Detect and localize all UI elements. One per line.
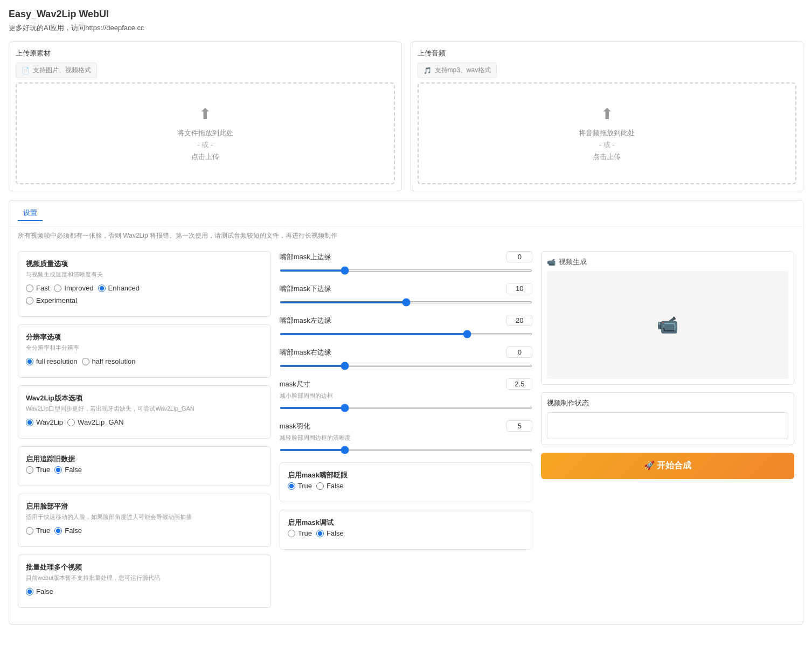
upload-audio-title: 上传音频 [418,49,797,58]
mask-bottom-slider[interactable] [280,301,533,303]
radio-mask-blink-true[interactable]: True [288,482,312,490]
radio-wav2lip-gan[interactable]: Wav2Lip_GAN [67,418,124,426]
video-quality-options: Fast Improved Enhanced [26,284,263,292]
resolution-title: 分辨率选项 [26,332,263,342]
col-right: 📹 视频生成 📹 视频制作状态 🚀 开始合成 [541,251,794,615]
radio-mask-blink-false-label: False [327,482,344,490]
video-quality-title: 视频质量选项 [26,259,263,269]
settings-header: 设置 [9,200,803,227]
face-smooth-options: True False [26,526,263,535]
radio-half-res-input[interactable] [82,358,89,365]
radio-mask-debug-true[interactable]: True [288,529,312,537]
mask-size-slider[interactable] [280,407,533,409]
upload-audio-hint: 🎵 支持mp3、wav格式 [418,63,497,78]
radio-old-data-false[interactable]: False [54,466,82,474]
video-status-title: 视频制作状态 [547,398,788,408]
radio-batch-false[interactable]: False [26,587,53,595]
radio-wav2lip[interactable]: Wav2Lip [26,418,63,426]
radio-old-data-true-input[interactable] [26,466,33,474]
upload-audio-area[interactable]: ⬆ 将音频拖放到此处 - 或 - 点击上传 [418,82,797,184]
radio-old-data-true-label: True [36,466,50,474]
audio-icon: 🎵 [424,67,432,74]
radio-enhanced-label: Enhanced [108,284,140,292]
video-quality-row2: Experimental [26,296,263,304]
radio-old-data-true[interactable]: True [26,466,50,474]
radio-face-smooth-true[interactable]: True [26,526,50,535]
radio-fast[interactable]: Fast [26,284,50,292]
slider-mask-left: 嘴部mask左边缘 20 [280,315,533,337]
face-smooth-title: 启用脸部平滑 [26,502,263,511]
mask-feather-slider[interactable] [280,449,533,451]
radio-mask-debug-true-input[interactable] [288,530,295,537]
radio-mask-debug-true-label: True [298,529,312,537]
upload-audio-click-text: 点击上传 [593,152,621,162]
radio-mask-blink-false[interactable]: False [316,482,344,490]
batch-process-desc: 目前webui版本暂不支持批量处理，您可运行源代码 [26,574,263,582]
resolution-desc: 全分辨率和半分辨率 [26,344,263,352]
mask-right-slider[interactable] [280,365,533,367]
radio-mask-blink-true-label: True [298,482,312,490]
mask-bottom-value: 10 [506,283,532,294]
radio-face-smooth-true-input[interactable] [26,527,33,535]
mask-left-slider[interactable] [280,333,533,335]
mask-size-label: mask尺寸 [280,379,310,389]
radio-full-res[interactable]: full resolution [26,357,78,365]
video-quality-group: 视频质量选项 与视频生成速度和清晰度有关 Fast Improved Enhan… [18,251,271,317]
app-subtitle: 更多好玩的AI应用，访问https://deepface.cc [9,23,803,33]
radio-fast-input[interactable] [26,285,33,292]
slider-mask-bottom: 嘴部mask下边缘 10 [280,283,533,305]
radio-enhanced[interactable]: Enhanced [98,284,140,292]
radio-wav2lip-label: Wav2Lip [36,418,63,426]
radio-face-smooth-false[interactable]: False [54,526,82,535]
batch-process-options: False [26,587,263,595]
upload-audio-drop-text: 将音频拖放到此处 [579,128,635,138]
upload-source-hint: 📄 支持图片、视频格式 [16,63,97,78]
upload-source-area[interactable]: ⬆ 将文件拖放到此处 - 或 - 点击上传 [16,82,395,184]
radio-experimental-input[interactable] [26,297,33,304]
video-gen-title: 📹 视频生成 [547,257,788,267]
mask-debug-title: 启用mask调试 [288,518,525,528]
radio-old-data-false-input[interactable] [54,466,62,474]
upload-source-or: - 或 - [197,140,213,150]
face-smooth-desc: 适用于快速移动的人脸，如果脸部角度过大可能会导致动画抽搐 [26,513,263,521]
radio-experimental[interactable]: Experimental [26,296,77,304]
radio-experimental-label: Experimental [36,296,77,304]
video-cam-icon: 📹 [547,258,556,266]
app-title: Easy_Wav2Lip WebUI [9,9,803,20]
mask-right-value: 0 [506,347,532,358]
mask-size-desc: 减小脸部周围的边框 [280,392,533,400]
video-placeholder-icon: 📹 [657,315,678,335]
radio-mask-blink-true-input[interactable] [288,482,295,490]
wav2lip-version-options: Wav2Lip Wav2Lip_GAN [26,418,263,426]
col-mid: 嘴部mask上边缘 0 嘴部mask下边缘 10 嘴部mask左边缘 20 [280,251,533,615]
mask-debug-options: True False [288,529,525,537]
radio-batch-false-input[interactable] [26,588,33,595]
radio-fast-label: Fast [36,284,50,292]
start-synthesis-button[interactable]: 🚀 开始合成 [541,453,794,479]
radio-enhanced-input[interactable] [98,285,106,292]
radio-mask-debug-false-input[interactable] [316,530,324,537]
old-data-group: 启用追踪旧数据 True False [18,446,271,486]
radio-face-smooth-false-input[interactable] [54,527,62,535]
video-preview-area: 📹 [547,271,788,379]
radio-improved[interactable]: Improved [54,284,93,292]
radio-wav2lip-input[interactable] [26,419,33,426]
radio-improved-input[interactable] [54,285,61,292]
upload-audio-icon: ⬆ [601,105,613,123]
col-left: 视频质量选项 与视频生成速度和清晰度有关 Fast Improved Enhan… [18,251,271,615]
mask-top-slider[interactable] [280,269,533,272]
file-icon: 📄 [22,67,30,74]
radio-half-res[interactable]: half resolution [82,357,136,365]
radio-improved-label: Improved [64,284,93,292]
mask-left-value: 20 [506,315,532,326]
radio-wav2lip-gan-input[interactable] [67,419,75,426]
radio-face-smooth-false-label: False [65,526,82,535]
settings-tab[interactable]: 设置 [18,206,43,221]
radio-full-res-input[interactable] [26,358,33,365]
mask-feather-value: 5 [506,420,532,432]
radio-mask-blink-false-input[interactable] [316,482,324,490]
video-quality-desc: 与视频生成速度和清晰度有关 [26,271,263,279]
wav2lip-version-title: Wav2Lip版本选项 [26,393,263,403]
radio-mask-debug-false[interactable]: False [316,529,344,537]
slider-mask-top: 嘴部mask上边缘 0 [280,251,533,273]
